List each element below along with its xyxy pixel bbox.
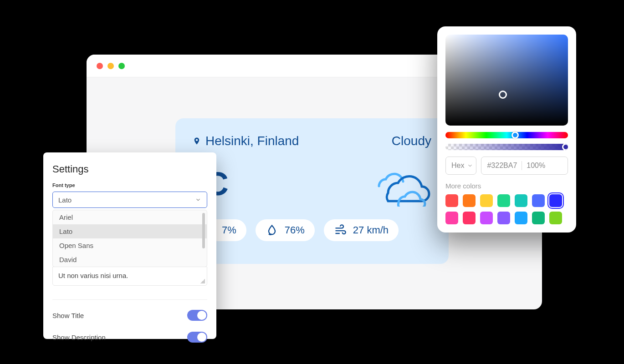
- color-swatch[interactable]: [480, 212, 493, 224]
- alpha-handle[interactable]: [562, 144, 568, 150]
- color-swatch[interactable]: [445, 212, 458, 224]
- hex-input[interactable]: #322BA7: [487, 162, 517, 170]
- minimize-icon[interactable]: [107, 63, 114, 69]
- font-option[interactable]: Lato: [53, 224, 207, 238]
- divider: [522, 161, 522, 170]
- cloud-icon: [363, 161, 431, 207]
- color-swatch[interactable]: [480, 194, 493, 207]
- weather-widget: Helsinki, Finland Cloudy °C 7%: [175, 118, 449, 264]
- color-picker-panel: Hex #322BA7 100% More colors: [437, 26, 576, 233]
- font-option[interactable]: David: [53, 253, 207, 267]
- more-colors-label: More colors: [445, 182, 568, 190]
- color-swatch[interactable]: [549, 212, 562, 224]
- show-description-toggle[interactable]: [187, 332, 207, 343]
- alpha-slider[interactable]: [445, 144, 568, 150]
- close-icon[interactable]: [97, 63, 103, 69]
- location-text: Helsinki, Finland: [205, 134, 299, 148]
- font-option[interactable]: Ariel: [53, 210, 207, 224]
- font-type-dropdown: Ariel Lato Open Sans David: [52, 210, 207, 267]
- chevron-down-icon: [195, 197, 201, 203]
- color-swatch[interactable]: [515, 212, 527, 224]
- stat-precipitation-value: 7%: [222, 224, 236, 236]
- color-swatch[interactable]: [497, 194, 510, 207]
- swatch-grid: [445, 194, 568, 224]
- font-type-label: Font type: [52, 182, 207, 188]
- divider: [52, 299, 207, 300]
- color-swatch[interactable]: [497, 212, 510, 224]
- location-pin-icon: [193, 136, 201, 147]
- saturation-value-area[interactable]: [445, 35, 568, 126]
- settings-panel: Settings Font type Lato Ariel Lato Open …: [43, 152, 216, 339]
- stat-wind-value: 27 km/h: [353, 224, 389, 236]
- chevron-down-icon: [467, 162, 473, 169]
- stat-humidity-value: 76%: [285, 224, 305, 236]
- color-swatch[interactable]: [532, 194, 545, 207]
- color-swatch[interactable]: [515, 194, 527, 207]
- sv-handle[interactable]: [499, 91, 507, 99]
- color-swatch[interactable]: [532, 212, 545, 224]
- hue-slider[interactable]: [445, 132, 568, 138]
- maximize-icon[interactable]: [118, 63, 125, 69]
- wind-icon: [334, 224, 347, 237]
- show-title-label: Show Title: [52, 312, 84, 319]
- hue-handle[interactable]: [511, 131, 519, 139]
- font-preview[interactable]: Ut non varius nisi urna.: [52, 267, 207, 286]
- stat-wind: 27 km/h: [324, 219, 399, 241]
- show-title-toggle[interactable]: [187, 310, 207, 321]
- font-type-selected: Lato: [58, 196, 72, 204]
- font-option[interactable]: Open Sans: [53, 238, 207, 253]
- color-swatch[interactable]: [445, 194, 458, 207]
- weather-location: Helsinki, Finland: [193, 134, 299, 148]
- show-description-label: Show Description: [52, 334, 106, 341]
- hex-input-group: #322BA7 100%: [481, 157, 568, 175]
- color-swatch[interactable]: [549, 194, 562, 207]
- color-format-value: Hex: [451, 162, 464, 170]
- opacity-input[interactable]: 100%: [527, 162, 545, 170]
- dropdown-scrollbar[interactable]: [202, 213, 205, 248]
- settings-title: Settings: [52, 163, 207, 175]
- color-swatch[interactable]: [463, 212, 476, 224]
- stat-humidity: 76%: [256, 219, 315, 241]
- weather-condition: Cloudy: [392, 134, 431, 148]
- font-type-select[interactable]: Lato: [52, 192, 207, 208]
- color-format-select[interactable]: Hex: [445, 157, 476, 175]
- humidity-icon: [266, 224, 278, 237]
- color-swatch[interactable]: [463, 194, 476, 207]
